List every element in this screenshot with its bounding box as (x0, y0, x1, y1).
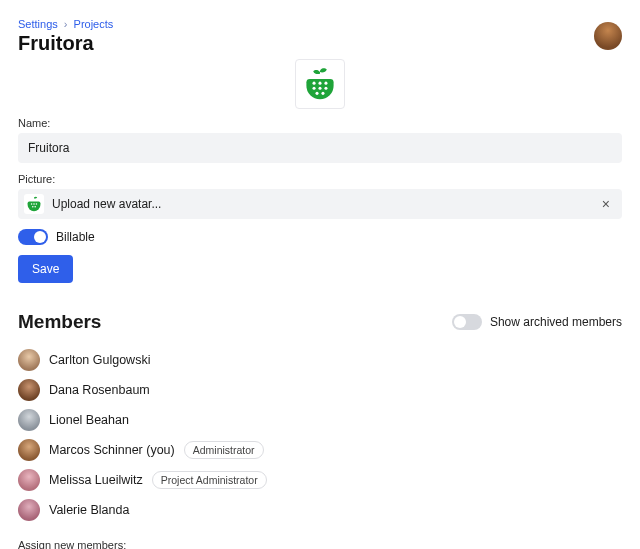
member-row[interactable]: Lionel Beahan (18, 405, 622, 435)
billable-label: Billable (56, 230, 95, 244)
page-title: Fruitora (18, 32, 113, 55)
member-name: Lionel Beahan (49, 413, 129, 427)
grape-icon (303, 67, 337, 101)
member-row[interactable]: Melissa LueilwitzProject Administrator (18, 465, 622, 495)
svg-point-4 (318, 87, 321, 90)
member-row[interactable]: Valerie Blanda (18, 495, 622, 525)
project-logo (295, 59, 345, 109)
grape-icon (26, 196, 42, 212)
upload-text: Upload new avatar... (52, 197, 590, 211)
member-name: Dana Rosenbaum (49, 383, 150, 397)
svg-point-11 (32, 206, 34, 208)
member-name: Valerie Blanda (49, 503, 129, 517)
current-avatar-thumb (24, 194, 44, 214)
svg-point-10 (36, 203, 38, 205)
breadcrumb: Settings › Projects (18, 18, 113, 30)
member-name: Marcos Schinner (you) (49, 443, 175, 457)
member-avatar (18, 349, 40, 371)
breadcrumb-projects[interactable]: Projects (74, 18, 114, 30)
show-archived-toggle[interactable] (452, 314, 482, 330)
user-avatar[interactable] (594, 22, 622, 50)
member-avatar (18, 469, 40, 491)
clear-avatar-icon[interactable]: × (598, 196, 614, 212)
member-name: Carlton Gulgowski (49, 353, 150, 367)
role-badge: Project Administrator (152, 471, 267, 489)
member-avatar (18, 499, 40, 521)
member-avatar (18, 409, 40, 431)
svg-point-8 (31, 203, 33, 205)
member-row[interactable]: Carlton Gulgowski (18, 345, 622, 375)
svg-point-3 (313, 87, 316, 90)
upload-avatar-row[interactable]: Upload new avatar... × (18, 189, 622, 219)
show-archived-label: Show archived members (490, 315, 622, 329)
members-title: Members (18, 311, 101, 333)
member-avatar (18, 379, 40, 401)
assign-label: Assign new members: (18, 539, 622, 549)
svg-point-9 (33, 203, 35, 205)
member-name: Melissa Lueilwitz (49, 473, 143, 487)
svg-point-0 (313, 82, 316, 85)
svg-point-12 (34, 206, 36, 208)
billable-toggle[interactable] (18, 229, 48, 245)
name-label: Name: (18, 117, 622, 129)
picture-label: Picture: (18, 173, 622, 185)
member-row[interactable]: Dana Rosenbaum (18, 375, 622, 405)
breadcrumb-settings[interactable]: Settings (18, 18, 58, 30)
role-badge: Administrator (184, 441, 264, 459)
breadcrumb-separator: › (64, 18, 68, 30)
save-button[interactable]: Save (18, 255, 73, 283)
svg-point-5 (324, 87, 327, 90)
svg-point-7 (321, 92, 324, 95)
svg-point-2 (324, 82, 327, 85)
member-avatar (18, 439, 40, 461)
member-row[interactable]: Marcos Schinner (you)Administrator (18, 435, 622, 465)
svg-point-6 (315, 92, 318, 95)
name-input[interactable] (18, 133, 622, 163)
svg-point-1 (318, 82, 321, 85)
